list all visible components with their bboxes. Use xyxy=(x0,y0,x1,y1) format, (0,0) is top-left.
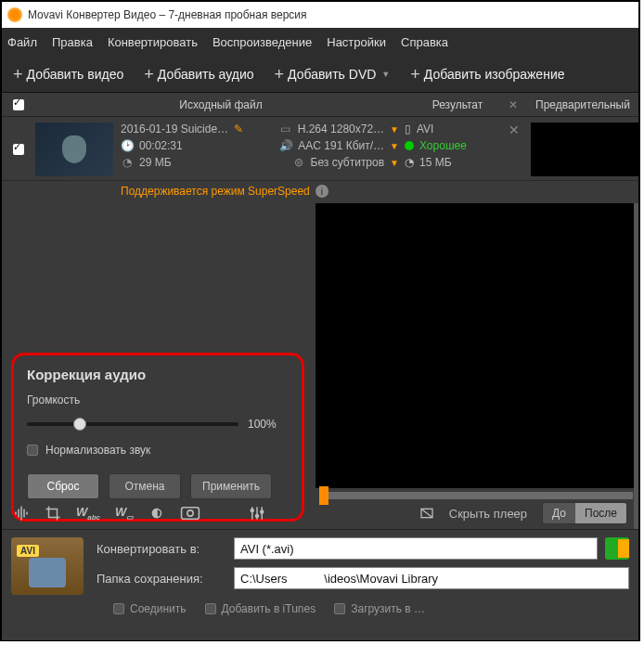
cancel-button[interactable]: Отмена xyxy=(109,473,181,499)
plus-icon: + xyxy=(144,66,154,83)
menu-edit[interactable]: Правка xyxy=(52,35,93,49)
row-checkbox[interactable] xyxy=(13,144,24,155)
svg-point-3 xyxy=(251,510,254,512)
preview-area xyxy=(316,203,638,488)
scrub-bar[interactable] xyxy=(319,492,633,499)
add-image-button[interactable]: +Добавить изображение xyxy=(405,62,570,86)
slider-knob[interactable] xyxy=(73,418,86,431)
app-window: Movavi Конвертер Видео – 7-дневная пробн… xyxy=(0,0,640,641)
file-duration: 00:02:31 xyxy=(139,139,183,152)
menu-convert[interactable]: Конвертировать xyxy=(108,35,198,49)
convert-to-label: Конвертировать в: xyxy=(97,542,226,556)
menu-playback[interactable]: Воспроизведение xyxy=(213,35,312,49)
save-to-field[interactable] xyxy=(234,567,629,589)
panel-title: Коррекция аудио xyxy=(27,367,289,382)
chevron-down-icon: ▼ xyxy=(381,70,390,79)
format-tag: AVI xyxy=(17,545,39,557)
select-all-checkbox[interactable] xyxy=(13,99,24,110)
device-icon: ▯ xyxy=(405,123,411,135)
file-codec: H.264 1280x72… xyxy=(298,123,384,135)
volume-percent: 100% xyxy=(248,418,289,431)
main-area: Коррекция аудио Громкость 100% Нормализо… xyxy=(2,203,638,529)
menu-file[interactable]: Файл xyxy=(7,35,37,49)
svg-rect-1 xyxy=(182,508,200,520)
menu-help[interactable]: Справка xyxy=(401,35,448,49)
menu-settings[interactable]: Настройки xyxy=(327,35,386,49)
bottom-panel: AVI Конвертировать в: Папка сохранения: … xyxy=(2,529,638,640)
disk-icon: ◔ xyxy=(121,156,134,169)
hide-player-icon[interactable] xyxy=(419,506,434,522)
superspeed-badge-icon[interactable] xyxy=(605,537,629,560)
reset-button[interactable]: Сброс xyxy=(27,473,99,499)
chevron-down-icon[interactable]: ▼ xyxy=(390,124,399,135)
upload-label: Загрузить в … xyxy=(351,602,425,615)
result-container: AVI xyxy=(417,123,433,135)
file-size: 29 МБ xyxy=(139,156,172,169)
header-preview: Предварительный xyxy=(527,98,638,111)
add-video-button[interactable]: +Добавить видео xyxy=(7,62,129,86)
titlebar: Movavi Конвертер Видео – 7-дневная пробн… xyxy=(2,2,638,28)
normalize-label: Нормализовать звук xyxy=(45,444,150,457)
toolbar: +Добавить видео +Добавить аудио +Добавит… xyxy=(2,56,638,93)
volume-slider[interactable] xyxy=(27,422,238,426)
thumbnail[interactable] xyxy=(35,123,113,176)
equalizer-icon[interactable] xyxy=(249,505,265,522)
add-audio-button[interactable]: +Добавить аудио xyxy=(138,62,259,86)
convert-to-field[interactable] xyxy=(234,537,598,560)
file-name: 2016-01-19 Suicide… xyxy=(121,123,228,135)
close-column-icon[interactable]: ✕ xyxy=(509,98,527,111)
watermark-text-icon[interactable]: Wabc xyxy=(76,505,100,522)
brightness-icon[interactable] xyxy=(148,505,165,522)
audio-correction-icon[interactable] xyxy=(13,505,30,522)
itunes-checkbox[interactable] xyxy=(205,603,216,614)
audio-correction-panel: Коррекция аудио Громкость 100% Нормализо… xyxy=(11,353,304,522)
add-dvd-button[interactable]: +Добавить DVD▼ xyxy=(269,62,396,86)
output-format-icon[interactable]: AVI xyxy=(11,537,84,595)
preview-cell xyxy=(531,123,638,176)
info-icon[interactable]: i xyxy=(316,185,328,198)
result-quality: Хорошее xyxy=(419,139,467,152)
svg-point-5 xyxy=(261,510,264,513)
list-header: Исходный файл Результат ✕ Предварительны… xyxy=(2,93,638,117)
chevron-down-icon[interactable]: ▼ xyxy=(390,158,399,168)
window-title: Movavi Конвертер Видео – 7-дневная пробн… xyxy=(28,8,307,21)
save-to-label: Папка сохранения: xyxy=(97,572,226,586)
upload-checkbox[interactable] xyxy=(334,603,345,614)
clock-icon: 🕑 xyxy=(121,139,134,152)
after-button[interactable]: После xyxy=(575,503,626,523)
result-size: 15 МБ xyxy=(419,156,452,169)
remove-file-icon[interactable]: ✕ xyxy=(509,123,527,176)
file-audio: AAC 191 Кбит/… xyxy=(298,139,384,152)
disk-icon: ◔ xyxy=(405,156,414,169)
header-result: Результат xyxy=(406,98,509,111)
superspeed-note: Поддерживается режим SuperSpeed i xyxy=(2,181,638,203)
editor-toolbar: Wabc W▭ Скрыть плеер До После xyxy=(13,499,627,527)
before-button[interactable]: До xyxy=(543,503,575,523)
header-source: Исходный файл xyxy=(35,98,406,111)
crop-icon[interactable] xyxy=(45,505,61,522)
scrollbar[interactable] xyxy=(634,203,638,529)
result-details: ▯AVI Хорошее ◔15 МБ xyxy=(399,123,509,176)
file-details: 2016-01-19 Suicide… ✎ ▭ H.264 1280x72… ▼… xyxy=(121,123,399,176)
merge-checkbox[interactable] xyxy=(113,603,124,614)
rename-icon[interactable]: ✎ xyxy=(234,123,243,135)
audio-icon: 🔊 xyxy=(279,139,292,152)
apply-button[interactable]: Применить xyxy=(190,473,272,499)
before-after-toggle[interactable]: До После xyxy=(542,502,627,524)
status-dot-icon xyxy=(405,141,414,150)
video-codec-icon: ▭ xyxy=(279,123,292,135)
file-subtitle: Без субтитров xyxy=(311,156,385,169)
subtitle-icon: ⊜ xyxy=(292,156,305,169)
app-logo-icon xyxy=(7,7,22,22)
menubar: Файл Правка Конвертировать Воспроизведен… xyxy=(2,28,638,56)
volume-label: Громкость xyxy=(27,393,289,406)
plus-icon: + xyxy=(275,66,285,83)
plus-icon: + xyxy=(13,66,23,83)
normalize-checkbox[interactable] xyxy=(27,445,38,456)
file-row[interactable]: 2016-01-19 Suicide… ✎ ▭ H.264 1280x72… ▼… xyxy=(2,117,638,181)
chevron-down-icon[interactable]: ▼ xyxy=(390,141,399,151)
hide-player-label[interactable]: Скрыть плеер xyxy=(449,507,527,521)
capture-icon[interactable] xyxy=(180,506,200,522)
watermark-image-icon[interactable]: W▭ xyxy=(115,505,134,522)
itunes-label: Добавить в iTunes xyxy=(222,602,316,615)
